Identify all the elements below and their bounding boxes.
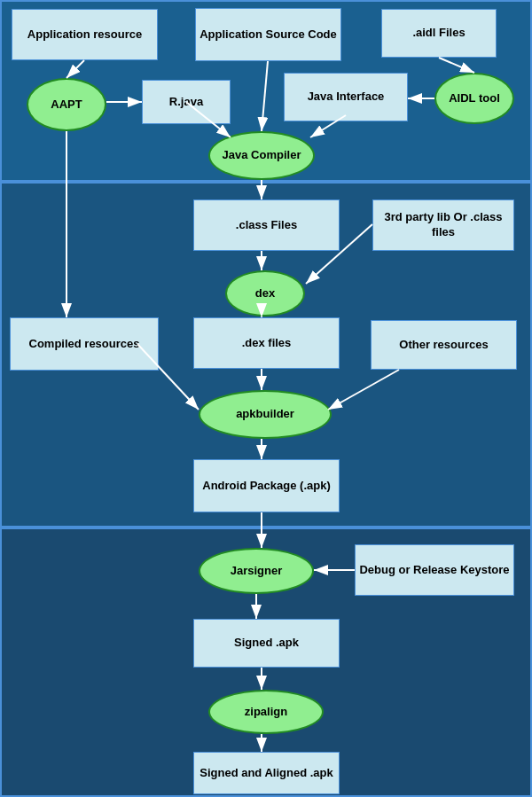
signed-apk-box: Signed .apk: [193, 619, 340, 668]
java-compiler-oval: Java Compiler: [208, 131, 315, 180]
class-files-box: .class Files: [193, 199, 340, 251]
dex-oval: dex: [225, 270, 305, 316]
debug-keystore-box: Debug or Release Keystore: [355, 544, 514, 596]
aidl-tool-oval: AIDL tool: [434, 73, 514, 124]
compiled-resources-box: Compiled resources: [10, 317, 159, 371]
signed-aligned-box: Signed and Aligned .apk: [193, 752, 340, 794]
build-diagram: Application resource Application Source …: [0, 0, 532, 797]
android-package-box: Android Package (.apk): [193, 459, 340, 512]
aidl-files-box: .aidl Files: [381, 9, 497, 58]
r-java-box: R.java: [142, 80, 231, 124]
apkbuilder-oval: apkbuilder: [199, 390, 332, 439]
aapt-oval: AAPT: [27, 78, 106, 131]
zipalign-oval: zipalign: [208, 690, 324, 734]
app-resource-box: Application resource: [12, 9, 158, 60]
app-source-box: Application Source Code: [195, 8, 341, 61]
java-interface-box: Java Interface: [284, 73, 408, 121]
jarsigner-oval: Jarsigner: [199, 548, 314, 594]
third-party-box: 3rd party lib Or .class files: [372, 199, 514, 251]
other-resources-box: Other resources: [371, 320, 517, 370]
dex-files-box: .dex files: [193, 317, 340, 369]
